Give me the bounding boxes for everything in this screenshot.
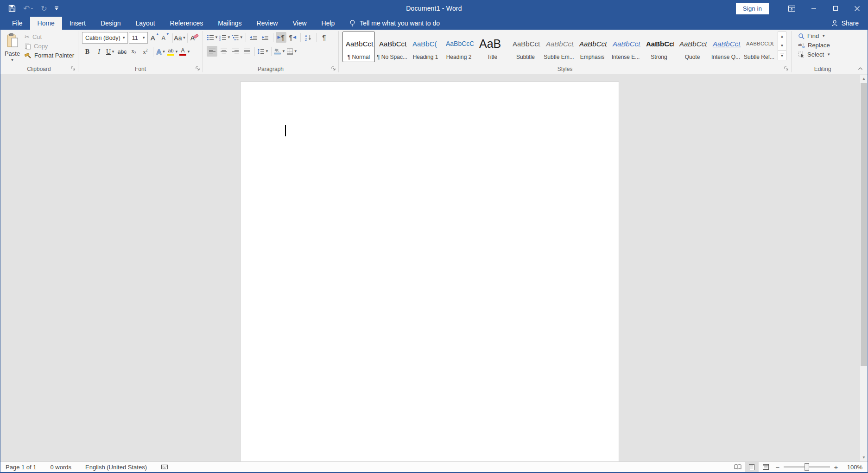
italic-button[interactable]: I bbox=[94, 46, 104, 57]
font-name-combobox[interactable]: Calibri (Body) ▼ bbox=[82, 32, 128, 44]
clipboard-dialog-launcher[interactable] bbox=[70, 65, 76, 72]
close-button[interactable] bbox=[846, 0, 868, 17]
zoom-out-button[interactable]: − bbox=[773, 463, 783, 471]
sign-in-button[interactable]: Sign in bbox=[736, 3, 769, 14]
share-button[interactable]: Share bbox=[831, 17, 868, 30]
multilevel-list-button[interactable]: ▼ bbox=[232, 32, 243, 43]
decrease-indent-button[interactable] bbox=[248, 32, 259, 43]
font-name-dropdown-icon[interactable]: ▼ bbox=[120, 32, 127, 43]
replace-button[interactable]: abac Replace bbox=[796, 41, 854, 49]
bullets-button[interactable]: ▼ bbox=[207, 32, 218, 43]
customize-qat-button[interactable] bbox=[55, 3, 58, 14]
style-emphasis[interactable]: AaBbCcDt Emphasis bbox=[576, 32, 608, 62]
find-button[interactable]: Find ▼ bbox=[796, 32, 854, 40]
tab-home[interactable]: Home bbox=[30, 17, 62, 30]
select-button[interactable]: Select ▼ bbox=[796, 51, 854, 58]
tab-review[interactable]: Review bbox=[249, 17, 285, 30]
rtl-text-direction-button[interactable]: ¶ ◀ bbox=[287, 32, 298, 43]
increase-indent-button[interactable] bbox=[260, 32, 271, 43]
change-case-button[interactable]: Aa ▼ bbox=[174, 32, 186, 43]
language-indicator[interactable]: English (United States) bbox=[85, 464, 147, 471]
read-mode-button[interactable] bbox=[731, 462, 745, 472]
redo-button[interactable]: ↻ bbox=[41, 3, 47, 14]
style-subtitle[interactable]: AaBbCcD Subtitle bbox=[509, 32, 542, 62]
clear-formatting-button[interactable]: A bbox=[189, 32, 200, 43]
borders-button[interactable]: ▼ bbox=[286, 46, 298, 57]
page-indicator[interactable]: Page 1 of 1 bbox=[6, 464, 37, 471]
ribbon-display-options-button[interactable] bbox=[781, 0, 803, 17]
document-page[interactable] bbox=[240, 82, 619, 461]
tab-design[interactable]: Design bbox=[93, 17, 128, 30]
minimize-button[interactable] bbox=[803, 0, 824, 17]
save-icon[interactable] bbox=[8, 3, 16, 14]
proofing-status-button[interactable] bbox=[161, 464, 168, 470]
ltr-text-direction-button[interactable]: ▶ ¶ bbox=[276, 32, 286, 43]
style-subtle-reference[interactable]: AABBCCDD Subtle Ref... bbox=[743, 32, 775, 62]
line-spacing-button[interactable]: ▼ bbox=[257, 46, 269, 57]
show-formatting-marks-button[interactable]: ¶ bbox=[319, 32, 329, 43]
print-layout-button[interactable] bbox=[745, 462, 759, 472]
styles-scroll-up-button[interactable]: ▲ bbox=[778, 32, 786, 41]
scrollbar-thumb[interactable] bbox=[861, 83, 867, 366]
style-normal[interactable]: AaBbCcDc ¶ Normal bbox=[342, 32, 375, 62]
style-intense-emphasis[interactable]: AaBbCcDt Intense E... bbox=[609, 32, 642, 62]
align-left-button[interactable] bbox=[207, 46, 217, 57]
tab-references[interactable]: References bbox=[163, 17, 211, 30]
copy-button[interactable]: Copy bbox=[23, 42, 76, 50]
styles-gallery-more-button[interactable]: ▼ bbox=[778, 51, 786, 60]
style-heading-2[interactable]: AaBbCcC Heading 2 bbox=[443, 32, 475, 62]
tell-me-box[interactable]: Tell me what you want to do bbox=[342, 17, 447, 30]
undo-button[interactable]: ↶ bbox=[23, 3, 33, 14]
style-no-spacing[interactable]: AaBbCcDc ¶ No Spac... bbox=[376, 32, 408, 62]
strikethrough-button[interactable]: abc bbox=[117, 46, 127, 57]
subscript-button[interactable]: x2 bbox=[128, 46, 139, 57]
font-size-dropdown-icon[interactable]: ▼ bbox=[140, 32, 147, 43]
font-color-button[interactable]: A ▼ bbox=[179, 46, 190, 57]
justify-button[interactable] bbox=[241, 46, 252, 57]
text-highlight-button[interactable]: ab ▼ bbox=[167, 46, 178, 57]
font-dialog-launcher[interactable] bbox=[195, 65, 201, 72]
style-quote[interactable]: AaBbCcDt Quote bbox=[676, 32, 709, 62]
tab-layout[interactable]: Layout bbox=[128, 17, 163, 30]
shading-button[interactable]: ▼ bbox=[274, 46, 285, 57]
superscript-button[interactable]: x2 bbox=[140, 46, 151, 57]
format-painter-button[interactable]: Format Painter bbox=[23, 51, 76, 59]
align-right-button[interactable] bbox=[230, 46, 241, 57]
styles-scroll-down-button[interactable]: ▼ bbox=[778, 41, 786, 51]
align-center-button[interactable] bbox=[218, 46, 229, 57]
tab-mailings[interactable]: Mailings bbox=[210, 17, 249, 30]
grow-font-button[interactable]: A ▲ bbox=[150, 32, 160, 43]
web-layout-button[interactable] bbox=[759, 462, 773, 472]
style-heading-1[interactable]: AaBbC( Heading 1 bbox=[409, 32, 442, 62]
styles-dialog-launcher[interactable] bbox=[783, 65, 790, 72]
style-strong[interactable]: AaBbCcDt Strong bbox=[643, 32, 675, 62]
underline-button[interactable]: U ▼ bbox=[105, 46, 116, 57]
shrink-font-button[interactable]: A ▼ bbox=[160, 32, 171, 43]
tab-insert[interactable]: Insert bbox=[62, 17, 93, 30]
vertical-scrollbar[interactable]: ▲ ▼ bbox=[860, 75, 868, 461]
style-title[interactable]: AaB Title bbox=[476, 32, 508, 62]
document-area[interactable] bbox=[0, 75, 860, 461]
paragraph-dialog-launcher[interactable] bbox=[330, 65, 337, 72]
tab-help[interactable]: Help bbox=[314, 17, 342, 30]
numbering-button[interactable]: 123 ▼ bbox=[219, 32, 231, 43]
style-subtle-emphasis[interactable]: AaBbCcDt Subtle Em... bbox=[543, 32, 575, 62]
word-count[interactable]: 0 words bbox=[51, 464, 72, 471]
cut-button[interactable]: ✂ Cut bbox=[23, 33, 76, 41]
collapse-ribbon-button[interactable] bbox=[856, 65, 864, 72]
font-size-combobox[interactable]: 11 ▼ bbox=[129, 32, 148, 44]
bold-button[interactable]: B bbox=[82, 46, 93, 57]
tab-view[interactable]: View bbox=[285, 17, 314, 30]
zoom-slider-handle[interactable] bbox=[805, 463, 809, 471]
zoom-level[interactable]: 100% bbox=[841, 464, 862, 471]
paste-button[interactable]: Paste ▼ bbox=[4, 31, 21, 64]
scroll-up-button[interactable]: ▲ bbox=[860, 75, 868, 83]
style-intense-quote[interactable]: AaBbCcDt Intense Q... bbox=[710, 32, 742, 62]
tab-file[interactable]: File bbox=[5, 17, 30, 30]
zoom-in-button[interactable]: + bbox=[831, 463, 841, 471]
text-effects-button[interactable]: A ▼ bbox=[156, 46, 166, 57]
sort-button[interactable]: AZ bbox=[303, 32, 314, 43]
scroll-down-button[interactable]: ▼ bbox=[860, 454, 868, 461]
maximize-button[interactable] bbox=[824, 0, 846, 17]
zoom-slider[interactable] bbox=[784, 462, 830, 472]
